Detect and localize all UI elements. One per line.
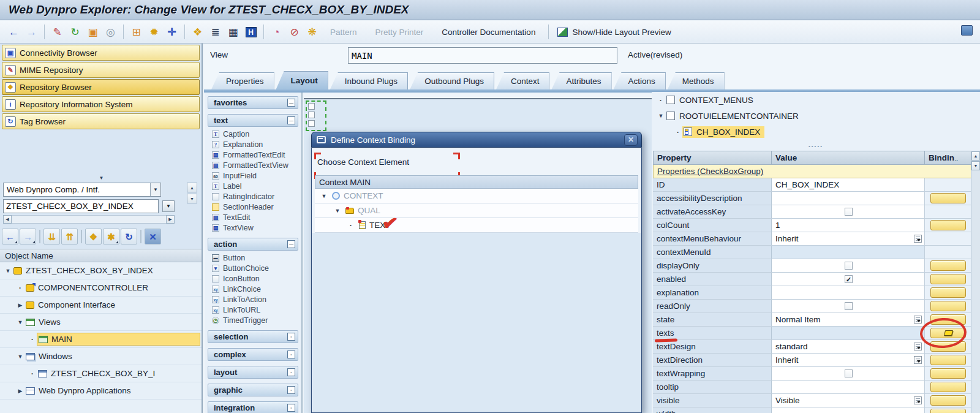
expand-icon[interactable]: ▫ [287,404,295,412]
display-change-button[interactable]: ✎ [48,23,66,40]
tree-item-component-interface[interactable]: ▶Component Interface [0,297,202,314]
combo-dropdown-icon[interactable]: ▼ [162,200,175,212]
property-value[interactable]: Normal Item [772,313,925,326]
sidebar-nav-tag-browser[interactable]: ↻Tag Browser [2,113,200,129]
palette-item-linkchoice[interactable]: xyLinkChoice [208,284,298,294]
scroll-down-icon[interactable]: ▼ [187,194,197,203]
property-group-link[interactable]: Properties (CheckBoxGroup) [657,167,763,176]
dropdown-list-icon[interactable] [914,316,922,324]
navigate-button[interactable]: ✛ [163,23,181,40]
tree-item-web-dynpro-applications[interactable]: ▶Web Dynpro Applications [0,382,202,400]
readOnly-checkbox[interactable] [845,302,853,310]
binding-button[interactable] [930,409,966,413]
property-value[interactable]: CH_BOX_INDEX [772,178,925,191]
palette-item-formattedtextedit[interactable]: ▤FormattedTextEdit [208,150,298,160]
expand-all-button[interactable]: ⇊ [43,229,60,244]
palette-item-buttonchoice[interactable]: ▾ButtonChoice [208,263,298,273]
tree-item-componentcontroller[interactable]: ·COMPONENTCONTROLLER [0,279,202,297]
expand-icon[interactable]: ▫ [287,386,295,394]
forward-button[interactable]: → [23,23,40,40]
expander-open-icon[interactable]: ▼ [333,208,342,214]
property-value[interactable]: ✓ [772,273,925,286]
back-button[interactable]: ← [5,23,23,40]
transport-button[interactable]: ⊞ [127,23,145,40]
sidebar-nav-connectivity-browser[interactable]: ▣Connectivity Browser [2,45,200,61]
palette-item-inputfield[interactable]: abInputField [208,170,298,181]
expander-closed-icon[interactable]: ▶ [16,302,24,308]
palette-section-header-integration[interactable]: integration▫ [208,401,298,413]
binding-button[interactable] [930,260,966,271]
binding-button[interactable] [930,287,966,298]
property-value[interactable] [772,192,925,205]
tree-item-main[interactable]: ·MAIN [0,331,202,348]
scroll-left-icon[interactable]: ◀ [3,215,12,224]
palette-section-header-action[interactable]: action— [208,238,298,251]
displayOnly-checkbox[interactable] [845,262,853,270]
column-header-value[interactable]: Value [772,151,925,165]
property-value[interactable] [772,300,925,313]
stop-button[interactable]: ⊘ [285,23,303,40]
dropdown-list-icon[interactable] [914,343,922,350]
activate-button[interactable]: ✹ [145,23,163,40]
palette-item-linktoaction[interactable]: xyLinkToAction [208,294,298,305]
sidebar-nav-repository-browser[interactable]: ❖Repository Browser [2,79,200,95]
close-button[interactable]: ✕ [145,229,161,244]
palette-section-header-complex[interactable]: complex▫ [208,348,298,361]
tab-context[interactable]: Context [496,72,550,89]
scroll-down-icon[interactable]: ▼ [971,161,980,170]
textWrapping-checkbox[interactable] [845,369,853,377]
palette-item-button[interactable]: ▬Button [208,252,298,263]
object-name-input[interactable] [3,199,159,213]
scroll-up-icon[interactable]: ▲ [971,151,980,161]
sidebar-nav-mime-repository[interactable]: ✎MIME Repository [2,62,200,78]
property-value[interactable]: Visible [772,394,925,407]
tree-item-ztest-checx-box-by-index[interactable]: ▼ZTEST_CHECX_BOX_BY_INDEX [0,262,202,279]
layers-button[interactable]: ≣ [206,23,224,40]
property-value[interactable]: standard [772,340,925,353]
column-header-binding[interactable]: Bindin.. [925,151,971,165]
expand-icon[interactable]: ▫ [287,350,295,358]
property-value[interactable]: Inherit [772,354,925,366]
expander-open-icon[interactable]: ▼ [4,268,12,274]
expand-icon[interactable]: ▫ [287,333,295,341]
panel-splitter-handle[interactable]: ••••• [652,143,980,150]
tree-item-windows[interactable]: ▼Windows [0,348,202,365]
palette-item-textview[interactable]: ▤TextView [208,222,298,233]
palette-item-explanation[interactable]: ?Explanation [208,139,298,150]
scrollbar-track[interactable] [12,215,166,224]
preview-checkbox[interactable] [308,112,315,118]
activateAccessKey-checkbox[interactable] [845,208,853,216]
property-value[interactable] [772,286,925,299]
screen-icon[interactable] [961,25,973,36]
collapse-all-button[interactable]: ⇈ [61,229,78,244]
refresh-button[interactable]: ↻ [121,229,137,244]
expander-open-icon[interactable]: ▼ [16,319,24,325]
tab-properties[interactable]: Properties [211,72,274,89]
trace-button[interactable]: ◎ [102,23,119,40]
property-table-scrollbar[interactable]: ▲ ▼ [971,151,980,413]
sidebar-nav-repository-information-system[interactable]: iRepository Information System [2,96,200,112]
dropdown-list-icon[interactable] [914,356,922,364]
palette-section-header-text[interactable]: text— [208,114,298,127]
ui-tree-item-ch-box-index[interactable]: ·CH_BOX_INDEX [652,124,980,140]
tab-layout[interactable]: Layout [276,71,328,89]
hierarchy-button[interactable]: ❖ [85,229,102,244]
tab-inbound-plugs[interactable]: Inbound Plugs [330,72,408,89]
panel-sash-icon[interactable]: ▼ [0,175,203,181]
binding-button[interactable] [930,193,966,203]
expander-open-icon[interactable]: ▼ [16,354,24,360]
scroll-up-icon[interactable]: ▲ [187,183,197,192]
enabled-checkbox[interactable]: ✓ [845,275,853,283]
pretty-printer-button[interactable]: Pretty Printer [375,28,424,37]
property-value[interactable]: 1 [772,219,925,232]
table-view-button[interactable]: ▦ [224,23,242,40]
property-value[interactable] [772,259,925,272]
dialog-title-bar[interactable]: Define Context Binding ✕ [311,132,642,148]
info-button[interactable]: H [242,23,260,40]
back-button[interactable]: ← [2,229,18,244]
scroll-right-icon[interactable]: ▶ [166,215,175,224]
tab-outbound-plugs[interactable]: Outbound Plugs [410,72,494,89]
palette-section-header-favorites[interactable]: favorites— [208,96,298,109]
property-value[interactable] [772,407,925,413]
binding-button[interactable] [930,355,966,365]
